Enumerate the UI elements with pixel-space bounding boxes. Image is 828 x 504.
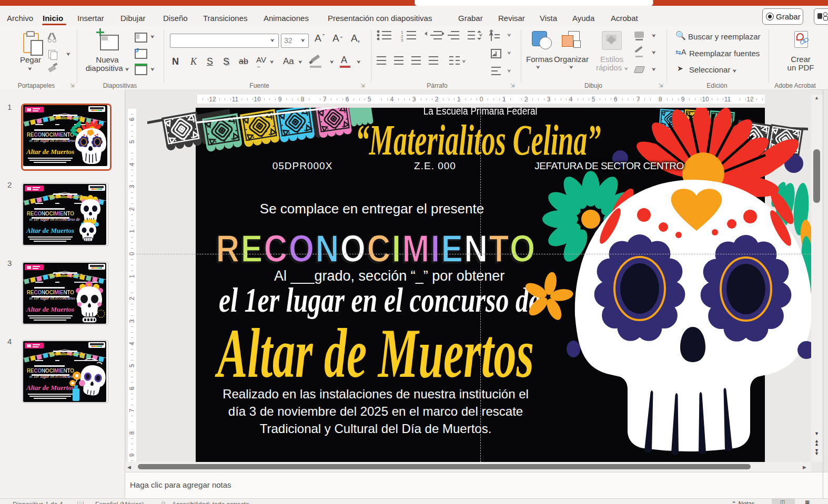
- svg-text:A: A: [489, 30, 493, 37]
- svg-text:⮟: ⮟: [507, 33, 511, 38]
- svg-text:⮟: ⮟: [507, 50, 511, 56]
- svg-text:3: 3: [401, 38, 403, 43]
- svg-text:⮟: ⮟: [479, 33, 483, 38]
- svg-text:⮟: ⮟: [507, 68, 511, 74]
- svg-text:⮟: ⮟: [462, 59, 466, 64]
